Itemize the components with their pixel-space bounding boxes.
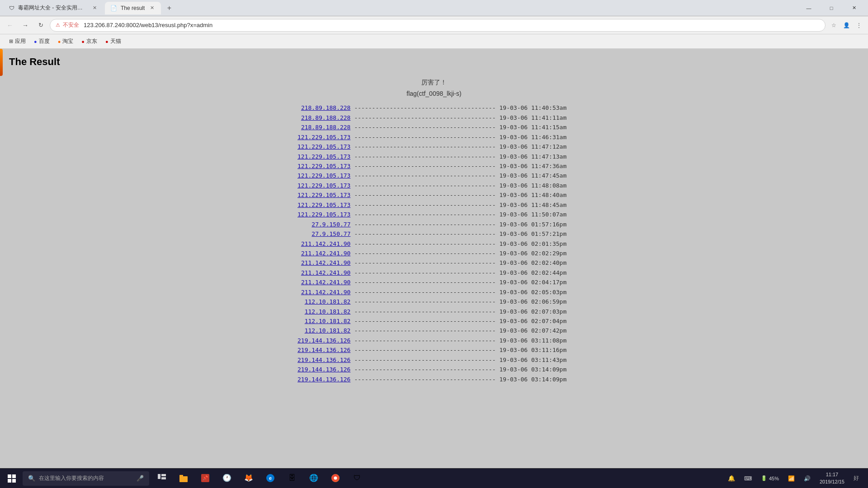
data-row: 121.229.105.173 ------------------------… [9,210,859,219]
ip-link[interactable]: 121.229.105.173 [296,181,350,190]
ip-link[interactable]: 121.229.105.173 [296,132,350,142]
ip-link[interactable]: 121.229.105.173 [296,142,350,151]
ip-link[interactable]: 218.89.188.228 [296,113,350,122]
ip-link[interactable]: 112.10.181.82 [296,297,350,306]
window-controls: — □ ✕ [798,0,864,16]
minimize-button[interactable]: — [798,0,819,16]
ip-link[interactable]: 218.89.188.228 [296,103,350,113]
row-dashes: ---------------------------------------- [350,268,499,277]
taskbar-volume[interactable]: 🔊 [800,474,814,483]
svg-rect-2 [8,479,11,483]
flag-header: 厉害了！ flag(ctf_0098_lkji-s) [9,77,859,99]
ip-link[interactable]: 219.144.136.126 [296,345,350,355]
notification-icon: 🔔 [728,475,735,482]
close-button[interactable]: ✕ [844,0,864,16]
taskbar-app-db[interactable]: 🗄 [282,469,302,488]
ip-link[interactable]: 121.229.105.173 [296,171,350,180]
taskbar-app-clock[interactable]: 🕐 [217,469,237,488]
data-row: 211.142.241.90 -------------------------… [9,249,859,258]
security-label: 不安全 [63,21,79,29]
taskbar-search[interactable]: 🔍 在这里输入你要搜索的内容 🎤 [23,471,149,486]
ip-link[interactable]: 121.229.105.173 [296,190,350,200]
address-input[interactable]: ⚠ 不安全 123.206.87.240:8002/web13/resusl.p… [50,19,826,32]
maximize-button[interactable]: □ [821,0,842,16]
data-row: 218.89.188.228 -------------------------… [9,113,859,122]
ip-link[interactable]: 211.142.241.90 [296,249,350,258]
taskbar-battery[interactable]: 🔋 45% [757,474,783,483]
taskbar-app-shield[interactable]: 🛡 [347,469,367,488]
row-dashes: ---------------------------------------- [350,142,499,151]
ip-link[interactable]: 211.142.241.90 [296,287,350,297]
taskbar: 🔍 在这里输入你要搜索的内容 🎤 📌 [0,468,868,488]
ip-link[interactable]: 219.144.136.126 [296,365,350,374]
start-button[interactable] [2,469,22,488]
taskbar-user[interactable]: 好 [850,473,863,484]
bookmarks-bar: ⊞ 应用 ● 百度 ● 淘宝 ● 京东 ● 天猫 [0,34,868,49]
taskbar-app-explorer[interactable] [174,469,193,488]
ip-link[interactable]: 27.9.150.77 [296,229,350,239]
ip-link[interactable]: 219.144.136.126 [296,336,350,345]
bookmark-taobao[interactable]: ● 淘宝 [54,36,77,47]
bookmark-baidu[interactable]: ● 百度 [30,36,53,47]
ip-link[interactable]: 112.10.181.82 [296,316,350,326]
taskbar-app-chrome[interactable] [326,469,345,488]
data-row: 112.10.181.82 --------------------------… [9,307,859,316]
tab-1-close[interactable]: ✕ [91,5,98,12]
bookmark-jd-label: 京东 [86,38,97,45]
bookmark-apps[interactable]: ⊞ 应用 [5,36,29,47]
ip-link[interactable]: 121.229.105.173 [296,210,350,219]
keyboard-icon: ⌨ [744,475,752,482]
taskbar-app-pin1[interactable]: 📌 [195,469,215,488]
network-icon: 📶 [788,475,795,482]
tab-1[interactable]: 🛡 毒霸网址大全 - 安全实用的网址... ✕ [4,2,103,14]
ip-link[interactable]: 121.229.105.173 [296,152,350,161]
bookmark-star-button[interactable]: ☆ [828,20,839,31]
ip-link[interactable]: 218.89.188.228 [296,122,350,132]
ip-link[interactable]: 121.229.105.173 [296,161,350,171]
ip-link[interactable]: 219.144.136.126 [296,375,350,384]
ip-link[interactable]: 211.142.241.90 [296,239,350,249]
reload-button[interactable]: ↻ [34,19,47,32]
data-row: 27.9.150.77 ----------------------------… [9,220,859,229]
data-row: 112.10.181.82 --------------------------… [9,326,859,335]
row-date: 19-03-06 02:06:59pm [500,297,572,306]
data-row: 27.9.150.77 ----------------------------… [9,229,859,239]
new-tab-button[interactable]: + [163,2,175,14]
bookmark-jd[interactable]: ● 京东 [78,36,101,47]
flag-line2: flag(ctf_0098_lkji-s) [9,88,859,99]
taskbar-keyboard[interactable]: ⌨ [741,474,755,483]
taskbar-app-browser2[interactable]: 🌐 [304,469,324,488]
taskbar-app-task-view[interactable] [152,469,172,488]
row-dashes: ---------------------------------------- [350,258,499,267]
forward-button[interactable]: → [19,19,32,32]
bookmark-tmall[interactable]: ● 天猫 [102,36,125,47]
ip-link[interactable]: 121.229.105.173 [296,200,350,210]
row-dashes: ---------------------------------------- [350,113,499,122]
data-row: 121.229.105.173 ------------------------… [9,200,859,210]
bookmark-apps-label: 应用 [15,38,26,45]
ip-link[interactable]: 211.142.241.90 [296,258,350,267]
taskbar-notifications[interactable]: 🔔 [724,473,739,483]
ip-link[interactable]: 112.10.181.82 [296,307,350,316]
tab-2-close[interactable]: ✕ [148,5,156,12]
tab-2[interactable]: 📄 The result ✕ [105,2,161,14]
ip-link[interactable]: 211.142.241.90 [296,268,350,277]
clock-time: 11:17 [820,471,844,478]
ip-link[interactable]: 211.142.241.90 [296,277,350,287]
taskbar-app-firefox[interactable]: 🦊 [239,469,259,488]
taskbar-clock[interactable]: 11:17 2019/12/15 [816,470,848,486]
svg-rect-1 [12,474,16,478]
ip-link[interactable]: 112.10.181.82 [296,326,350,335]
ip-link[interactable]: 219.144.136.126 [296,355,350,365]
menu-button[interactable]: ⋮ [854,20,864,31]
data-row: 121.229.105.173 ------------------------… [9,132,859,142]
data-row: 211.142.241.90 -------------------------… [9,239,859,249]
ip-link[interactable]: 27.9.150.77 [296,220,350,229]
taskbar-app-edge[interactable]: e [260,469,280,488]
taskbar-network[interactable]: 📶 [784,474,798,483]
data-row: 211.142.241.90 -------------------------… [9,277,859,287]
data-row: 211.142.241.90 -------------------------… [9,268,859,277]
user-profile-button[interactable]: 👤 [841,20,852,31]
back-button[interactable]: ← [4,19,16,32]
row-dashes: ---------------------------------------- [350,200,499,210]
